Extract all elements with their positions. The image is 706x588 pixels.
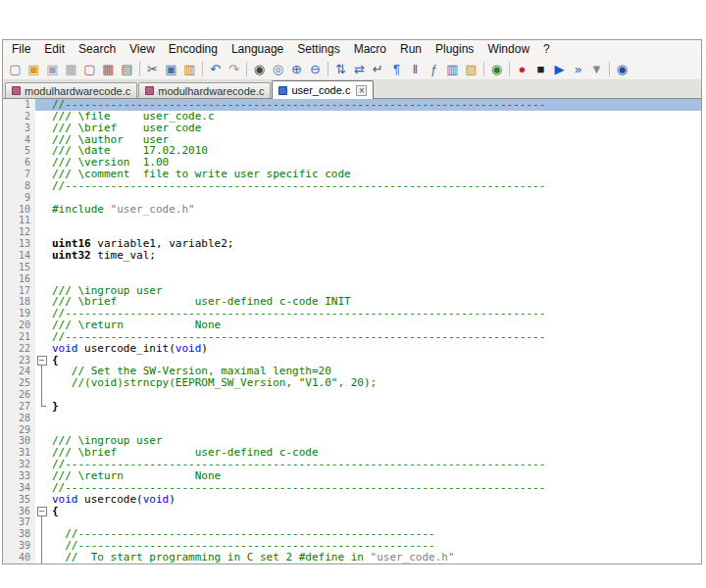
toolbar: ▢▣▣▦▢▦▤✂▣▥↶↷◉◎⊕⊖⇅⇄↵¶‖ƒ▥▧◉●■▶»▼◉ (3, 58, 701, 80)
tab-modulhardwarecode-c[interactable]: modulhardwarecode.c (138, 82, 271, 98)
line-number: 33 (3, 470, 35, 482)
line-number: 14 (3, 250, 35, 262)
toolbar-button-zoom-in[interactable]: ⊕ (287, 60, 306, 78)
toolbar-button-close-file[interactable]: ▢ (80, 60, 99, 78)
toolbar-button-folder-as-workspace[interactable]: ▧ (462, 60, 480, 78)
cut-icon: ✂ (147, 63, 158, 75)
menu-item-settings[interactable]: Settings (290, 41, 346, 57)
save-file-icon: ▣ (46, 63, 58, 75)
code-text[interactable]: } (48, 401, 701, 413)
tab-modulhardwarecode-c[interactable]: modulhardwarecode.c (5, 82, 137, 98)
toolbar-button-stop-macro[interactable]: ■ (531, 60, 550, 78)
code-text[interactable] (48, 389, 701, 401)
toolbar-button-show-all-characters[interactable]: ¶ (387, 60, 406, 78)
menu-item-macro[interactable]: Macro (347, 41, 393, 57)
toolbar-button-redo[interactable]: ↷ (225, 60, 243, 78)
line-number: 34 (3, 482, 35, 494)
toolbar-separator (509, 62, 510, 76)
fold-margin (35, 366, 48, 377)
file-status-icon (278, 86, 287, 95)
fold-margin (35, 540, 48, 552)
line-number: 23 (3, 355, 35, 367)
line-number: 18 (3, 296, 35, 308)
menu-bar: FileEditSearchViewEncodingLanguageSettin… (3, 40, 701, 58)
toolbar-button-save-all[interactable]: ▦ (62, 60, 80, 78)
toolbar-button-undo[interactable]: ↶ (206, 60, 225, 78)
toolbar-button-copy[interactable]: ▣ (162, 60, 180, 78)
toolbar-separator (483, 62, 484, 76)
toolbar-button-document-map[interactable]: ▥ (443, 60, 462, 78)
toolbar-separator (609, 62, 610, 76)
toolbar-button-zoom-out[interactable]: ⊖ (306, 60, 325, 78)
code-text[interactable] (48, 413, 701, 424)
toolbar-button-word-wrap[interactable]: ↵ (369, 60, 387, 78)
fold-margin (35, 238, 48, 250)
code-line: 10#include "user_code.h" (3, 204, 701, 216)
code-text[interactable]: #include "user_code.h" (48, 204, 701, 216)
toolbar-button-save-file[interactable]: ▣ (43, 60, 62, 78)
toolbar-button-print[interactable]: ▤ (118, 60, 136, 78)
fold-margin (35, 99, 48, 111)
line-number: 27 (3, 401, 35, 413)
toolbar-button-record-macro[interactable]: ● (513, 60, 531, 78)
code-text[interactable]: // To start programming in C set 2 #defi… (48, 552, 701, 564)
code-text[interactable] (48, 262, 701, 273)
code-text[interactable] (48, 215, 701, 226)
menu-item-plugins[interactable]: Plugins (429, 41, 480, 57)
toolbar-button-run-macro-multiple[interactable]: » (569, 60, 587, 78)
code-text[interactable]: //(void)strncpy(EEPROM_SW_Version, "V1.0… (48, 377, 701, 389)
code-text[interactable]: //--------------------------------------… (48, 180, 701, 192)
toolbar-button-open-file[interactable]: ▣ (25, 60, 43, 78)
word-wrap-icon: ↵ (373, 63, 383, 75)
line-number: 19 (3, 308, 35, 319)
menu-item-run[interactable]: Run (393, 41, 429, 57)
code-line: 35void usercode(void) (3, 494, 701, 506)
menu-item-file[interactable]: File (5, 41, 37, 57)
toolbar-button-play-macro[interactable]: ▶ (550, 60, 569, 78)
file-status-icon (145, 86, 154, 95)
zoom-out-icon: ⊖ (310, 63, 321, 75)
fold-toggle-icon[interactable] (35, 506, 48, 517)
menu-item-window[interactable]: Window (480, 41, 536, 57)
toolbar-button-npp-logo[interactable]: ◉ (613, 60, 631, 78)
toolbar-button-indent-guide[interactable]: ‖ (406, 60, 425, 78)
toolbar-button-cut[interactable]: ✂ (143, 60, 162, 78)
copy-icon: ▣ (165, 63, 176, 75)
menu-item-language[interactable]: Language (225, 41, 290, 57)
menu-item-search[interactable]: Search (72, 41, 123, 57)
menu-item-view[interactable]: View (123, 41, 162, 57)
toolbar-separator (328, 62, 328, 76)
toolbar-button-paste[interactable]: ▥ (180, 60, 199, 78)
code-line: 22void usercode_init(void) (3, 343, 701, 355)
code-text[interactable]: void usercode_init(void) (48, 343, 701, 355)
toolbar-button-find[interactable]: ◉ (250, 60, 269, 78)
toolbar-button-save-macro[interactable]: ▼ (587, 60, 606, 78)
code-text[interactable]: void usercode(void) (48, 494, 701, 506)
toolbar-button-sync-vertical-scroll[interactable]: ⇅ (331, 60, 350, 78)
menu-item-help[interactable]: ? (536, 41, 557, 57)
toolbar-button-new-file[interactable]: ▢ (6, 60, 25, 78)
fold-margin (35, 516, 48, 528)
line-number: 15 (3, 262, 35, 273)
sync-horizontal-scroll-icon: ⇄ (354, 63, 365, 75)
line-number: 10 (3, 204, 35, 216)
close-tab-icon[interactable]: × (356, 85, 367, 96)
notepadpp-window: FileEditSearchViewEncodingLanguageSettin… (2, 39, 702, 564)
toolbar-button-monitoring[interactable]: ◉ (487, 60, 506, 78)
line-number: 28 (3, 413, 35, 424)
toolbar-button-sync-horizontal-scroll[interactable]: ⇄ (350, 60, 369, 78)
code-text[interactable]: uint32 time_val; (48, 250, 701, 262)
sync-vertical-scroll-icon: ⇅ (335, 63, 346, 75)
toolbar-button-close-all[interactable]: ▦ (99, 60, 118, 78)
menu-item-encoding[interactable]: Encoding (162, 41, 225, 57)
toolbar-button-find-replace[interactable]: ◎ (269, 60, 287, 78)
code-text[interactable]: { (48, 506, 701, 517)
toolbar-button-function-list[interactable]: ƒ (425, 60, 443, 78)
menu-item-edit[interactable]: Edit (37, 41, 72, 57)
fold-margin (35, 308, 48, 319)
code-editor[interactable]: 1//-------------------------------------… (3, 99, 701, 564)
toolbar-separator (139, 62, 140, 76)
tab-user_code-c[interactable]: user_code.c× (272, 80, 374, 99)
fold-margin (35, 424, 48, 436)
fold-toggle-icon[interactable] (35, 355, 48, 367)
